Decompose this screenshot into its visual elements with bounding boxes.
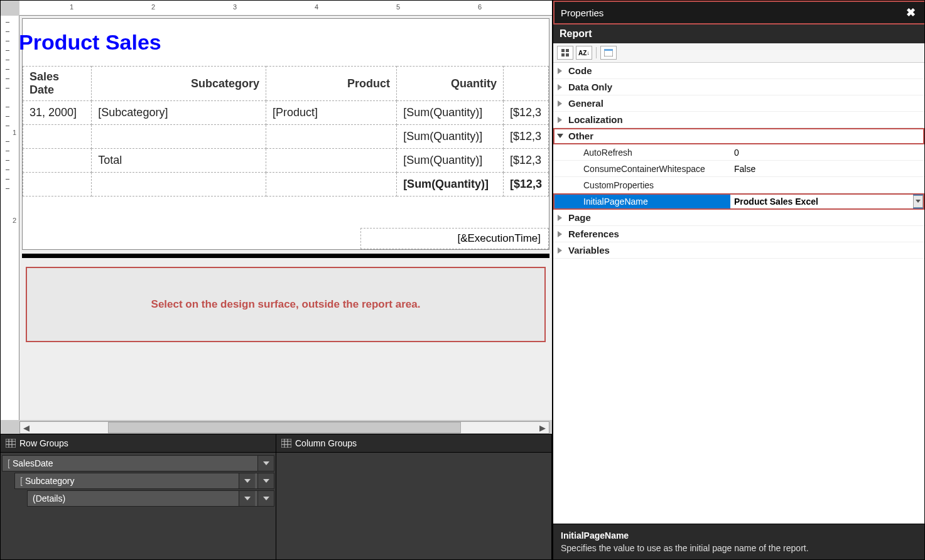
- cell[interactable]: [$12,3: [503, 149, 548, 173]
- ruler-mark: 3: [233, 3, 237, 11]
- cell[interactable]: [92, 173, 266, 197]
- cell[interactable]: [92, 125, 266, 149]
- ruler-mark: 1: [70, 3, 73, 11]
- grid-icon: [281, 439, 291, 448]
- scroll-right-button[interactable]: ▶: [536, 422, 549, 433]
- prop-category-page[interactable]: Page: [553, 210, 924, 226]
- group-label: SalesDate: [13, 458, 53, 468]
- col-header[interactable]: [503, 67, 548, 101]
- cell[interactable]: [Product]: [266, 101, 396, 125]
- chevron-down-icon[interactable]: [239, 473, 255, 488]
- section-divider: [22, 254, 549, 258]
- ruler-mark: 5: [396, 3, 400, 11]
- cell[interactable]: [Sum(Quantity)]: [397, 149, 504, 173]
- prop-category-dataonly[interactable]: Data Only: [553, 79, 924, 95]
- svg-rect-15: [561, 49, 565, 52]
- scroll-left-button[interactable]: ◀: [20, 422, 33, 433]
- scroll-thumb[interactable]: [108, 422, 460, 433]
- svg-marker-9: [263, 497, 269, 500]
- column-groups-header: Column Groups: [276, 434, 551, 453]
- cell[interactable]: [$12,3: [503, 101, 548, 125]
- horizontal-ruler: 1 2 3 4 5 6: [19, 1, 552, 16]
- execution-time-textbox[interactable]: [&ExecutionTime]: [360, 228, 549, 249]
- close-icon[interactable]: ✖: [904, 6, 918, 19]
- cell[interactable]: [23, 125, 92, 149]
- row-group-details[interactable]: (Details): [27, 490, 274, 507]
- chevron-down-icon[interactable]: [553, 134, 567, 139]
- svg-rect-10: [281, 439, 291, 448]
- chevron-down-icon[interactable]: [257, 491, 274, 506]
- dropdown-button[interactable]: [913, 195, 923, 208]
- cell[interactable]: [23, 149, 92, 173]
- col-header[interactable]: Subcategory: [92, 67, 266, 101]
- cell[interactable]: [Sum(Quantity)]: [397, 173, 504, 197]
- chevron-right-icon[interactable]: [553, 231, 567, 237]
- cell[interactable]: [Sum(Quantity)]: [397, 125, 504, 149]
- cell[interactable]: [$12,3: [503, 173, 548, 197]
- prop-category-localization[interactable]: Localization: [553, 112, 924, 128]
- chevron-right-icon[interactable]: [553, 117, 567, 123]
- cell[interactable]: [266, 125, 396, 149]
- prop-category-variables[interactable]: Variables: [553, 242, 924, 259]
- svg-marker-21: [558, 68, 562, 74]
- callout-text: Select on the design surface, outside th…: [151, 298, 421, 311]
- prop-customproperties[interactable]: CustomProperties: [553, 177, 924, 193]
- categorized-button[interactable]: [557, 46, 573, 60]
- prop-category-general[interactable]: General: [553, 95, 924, 112]
- chevron-right-icon[interactable]: [553, 68, 567, 74]
- horizontal-scrollbar[interactable]: ◀ ▶: [19, 421, 549, 434]
- properties-title-bar: Properties ✖: [553, 1, 924, 24]
- report-tablix[interactable]: Sales Date Subcategory Product Quantity …: [23, 66, 549, 197]
- svg-marker-24: [558, 117, 562, 123]
- chevron-down-icon[interactable]: [257, 473, 274, 488]
- property-description: InitialPageName Specifies the value to u…: [553, 524, 924, 559]
- chevron-right-icon[interactable]: [553, 215, 567, 221]
- cell[interactable]: Total: [92, 149, 266, 173]
- cell[interactable]: 31, 2000]: [23, 101, 92, 125]
- callout-annotation: Select on the design surface, outside th…: [26, 267, 546, 342]
- col-header[interactable]: Product: [266, 67, 396, 101]
- row-group-subcategory[interactable]: [Subcategory: [14, 473, 274, 489]
- chevron-right-icon[interactable]: [553, 100, 567, 107]
- prop-category-other[interactable]: Other: [553, 128, 924, 144]
- prop-autorefresh[interactable]: AutoRefresh 0: [553, 144, 924, 161]
- svg-marker-7: [263, 479, 269, 483]
- prop-consumecontainerwhitespace[interactable]: ConsumeContainerWhitespace False: [553, 161, 924, 177]
- properties-grid[interactable]: Code Data Only General Localization Othe…: [553, 63, 924, 524]
- col-header[interactable]: Sales Date: [23, 67, 92, 101]
- report-title[interactable]: Product Sales: [19, 19, 549, 66]
- svg-marker-25: [557, 134, 563, 138]
- row-group-salesdate[interactable]: [SalesDate: [2, 455, 274, 471]
- cell[interactable]: [Sum(Quantity)]: [397, 101, 504, 125]
- alphabetical-button[interactable]: AZ↓: [576, 46, 592, 60]
- chevron-right-icon[interactable]: [553, 247, 567, 254]
- properties-object-name[interactable]: Report: [553, 24, 924, 43]
- cell[interactable]: [Subcategory]: [92, 101, 266, 125]
- column-groups-list: [276, 453, 551, 559]
- svg-marker-22: [558, 84, 562, 90]
- svg-marker-5: [263, 461, 269, 465]
- col-header[interactable]: Quantity: [397, 67, 504, 101]
- prop-category-references[interactable]: References: [553, 226, 924, 242]
- svg-marker-28: [558, 231, 562, 237]
- group-label: Subcategory: [25, 476, 75, 486]
- design-panel: 1 2 3 4 5 6 1 2 Product Sales: [0, 0, 553, 560]
- chevron-down-icon[interactable]: [257, 456, 274, 471]
- cell[interactable]: [266, 173, 396, 197]
- properties-toolbar: AZ↓: [553, 43, 924, 63]
- property-desc-text: Specifies the value to use as the initia…: [561, 543, 917, 553]
- cell[interactable]: [266, 149, 396, 173]
- property-pages-button[interactable]: [600, 46, 617, 60]
- cell[interactable]: [$12,3: [503, 125, 548, 149]
- report-body[interactable]: Product Sales Sales Date Subcategory Pro…: [22, 18, 549, 250]
- chevron-down-icon[interactable]: [239, 491, 255, 506]
- prop-category-code[interactable]: Code: [553, 63, 924, 79]
- scroll-track[interactable]: [33, 422, 536, 433]
- cell[interactable]: [23, 173, 92, 197]
- design-surface[interactable]: Product Sales Sales Date Subcategory Pro…: [19, 16, 552, 420]
- row-groups-header: Row Groups: [1, 434, 276, 453]
- group-label: (Details): [33, 493, 65, 503]
- svg-marker-27: [558, 215, 562, 221]
- chevron-right-icon[interactable]: [553, 84, 567, 90]
- prop-initialpagename[interactable]: InitialPageName Product Sales Excel: [553, 193, 924, 210]
